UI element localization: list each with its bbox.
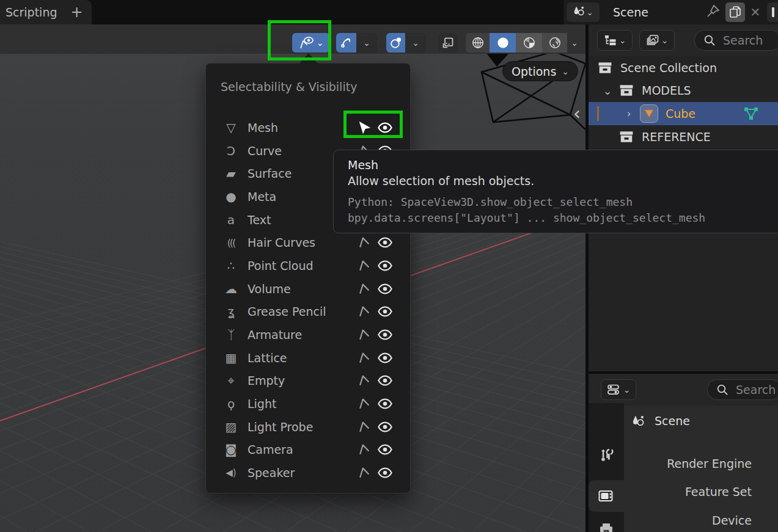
horizontal-panel-divider[interactable] — [589, 371, 778, 374]
outliner-row-models[interactable]: ⌄MODELS — [589, 79, 778, 103]
point-cloud-icon: ∴ — [222, 258, 240, 273]
menu-item-label: Grease Pencil — [248, 305, 356, 318]
collection-icon — [618, 84, 634, 97]
selectability-visibility-dropdown[interactable]: ⌄ — [292, 33, 330, 53]
grease-pencil-selectable-toggle[interactable] — [356, 305, 372, 318]
outliner-row-cube[interactable]: ›Cube — [589, 102, 778, 125]
menu-item-hair-curves[interactable]: (((Hair Curves — [206, 231, 410, 254]
menu-item-camera[interactable]: ◙Camera — [206, 439, 410, 462]
menu-item-grease-pencil[interactable]: ʓGrease Pencil — [206, 301, 410, 324]
speaker-icon: ◀) — [222, 467, 240, 478]
outliner-row-reference[interactable]: REFERENCE — [589, 125, 778, 148]
light-probe-visibility-toggle[interactable] — [377, 420, 393, 434]
properties-search-input[interactable]: Search — [707, 379, 778, 400]
menu-item-label: Speaker — [248, 466, 356, 479]
point-cloud-selectable-toggle[interactable] — [356, 259, 372, 272]
menu-item-empty[interactable]: ⌖Empty — [206, 370, 410, 393]
camera-selectable-toggle[interactable] — [356, 443, 372, 456]
tab-tool[interactable] — [589, 442, 624, 468]
light-visibility-toggle[interactable] — [377, 397, 393, 410]
menu-item-volume[interactable]: ☁Volume — [206, 277, 410, 301]
properties-editor-type-dropdown[interactable]: ⌄ — [601, 379, 636, 400]
tooltip-title: Mesh — [348, 158, 778, 173]
add-workspace-button[interactable]: + — [71, 5, 83, 20]
options-dropdown[interactable]: Options ⌄ — [502, 61, 578, 81]
menu-item-label: Light — [248, 397, 356, 410]
snap-toggle-button[interactable] — [336, 33, 356, 53]
light-icon: ϙ — [222, 396, 240, 411]
vertical-panel-divider[interactable] — [585, 24, 589, 532]
printer-icon — [598, 522, 614, 532]
proportional-edit-icon — [390, 37, 402, 49]
mesh-selectable-toggle[interactable] — [356, 121, 372, 134]
menu-item-mesh[interactable]: ▽Mesh — [206, 116, 410, 139]
speaker-visibility-toggle[interactable] — [377, 466, 393, 479]
lattice-selectable-toggle[interactable] — [356, 351, 372, 365]
show-gizmo-button[interactable] — [438, 33, 458, 53]
volume-visibility-toggle[interactable] — [377, 282, 393, 296]
material-preview-icon — [523, 36, 536, 49]
menu-item-armature[interactable]: ᛉArmature — [206, 323, 410, 346]
point-cloud-visibility-toggle[interactable] — [377, 259, 393, 272]
menu-item-speaker[interactable]: ◀)Speaker — [206, 461, 410, 484]
speaker-selectable-toggle[interactable] — [356, 466, 372, 479]
tab-render[interactable] — [589, 483, 624, 509]
sidebar-collapse-arrow[interactable]: ‹ — [573, 103, 581, 124]
shading-solid-button[interactable] — [490, 33, 516, 53]
outliner-row-scene-collection[interactable]: Scene Collection — [589, 56, 778, 79]
shading-options-dropdown[interactable]: ⌄ — [567, 33, 582, 53]
empty-selectable-toggle[interactable] — [356, 374, 372, 387]
light-probe-selectable-toggle[interactable] — [356, 420, 372, 434]
properties-tab-rail — [589, 403, 624, 532]
breadcrumb-label: Scene — [655, 414, 690, 428]
tab-output[interactable] — [589, 516, 624, 532]
hair-curves-visibility-toggle[interactable] — [377, 236, 393, 249]
snap-icon — [340, 37, 353, 49]
mesh-object-icon — [640, 104, 658, 123]
proportional-edit-button[interactable] — [386, 33, 405, 53]
render-engine-label: Render Engine — [667, 457, 752, 470]
chevron-down-icon: ⌄ — [562, 67, 569, 76]
lattice-icon: ▦ — [222, 351, 240, 365]
menu-item-light-probe[interactable]: ▨Light Probe — [206, 415, 410, 439]
new-scene-button[interactable] — [725, 2, 745, 22]
proportional-edit-dropdown[interactable]: ⌄ — [405, 33, 426, 53]
menu-item-point-cloud[interactable]: ∴Point Cloud — [206, 254, 410, 277]
camera-icon: ◙ — [222, 442, 240, 457]
collapse-chevron-icon[interactable]: ⌄ — [601, 84, 614, 97]
meta-icon: ● — [222, 189, 240, 204]
hair-curves-selectable-toggle[interactable] — [356, 236, 372, 249]
shading-rendered-button[interactable] — [542, 33, 567, 53]
menu-item-light[interactable]: ϙLight — [206, 392, 410, 415]
pin-scene-icon[interactable] — [706, 4, 721, 21]
lattice-visibility-toggle[interactable] — [377, 351, 393, 365]
volume-selectable-toggle[interactable] — [356, 282, 372, 296]
render-camera-icon — [598, 488, 615, 504]
expand-chevron-icon[interactable]: › — [623, 107, 635, 120]
scene-browse-button[interactable]: ⌄ — [567, 2, 600, 22]
collection-icon — [597, 61, 613, 75]
view-layer-control-partial[interactable] — [767, 2, 778, 22]
mesh-visibility-toggle[interactable] — [377, 121, 393, 134]
selectability-visibility-menu: Selectability & Visibility ▽MeshƆCurve▰S… — [205, 63, 411, 494]
shading-material-button[interactable] — [516, 33, 542, 53]
camera-visibility-toggle[interactable] — [377, 443, 393, 456]
menu-item-lattice[interactable]: ▦Lattice — [206, 346, 410, 370]
scene-name[interactable]: Scene — [613, 5, 648, 19]
grease-pencil-visibility-toggle[interactable] — [377, 305, 393, 318]
light-selectable-toggle[interactable] — [356, 397, 372, 410]
armature-visibility-toggle[interactable] — [377, 328, 393, 341]
empty-visibility-toggle[interactable] — [377, 374, 393, 387]
properties-breadcrumb[interactable]: Scene — [631, 414, 690, 428]
outliner-filter-dropdown[interactable]: ⌄ — [639, 30, 675, 51]
armature-selectable-toggle[interactable] — [356, 328, 372, 341]
outliner-search-input[interactable]: Search — [694, 30, 778, 51]
scene-icon — [631, 415, 645, 427]
outliner-display-mode-dropdown[interactable]: ⌄ — [597, 30, 633, 51]
tab-scripting[interactable]: Scripting — [0, 5, 57, 19]
unlink-scene-button[interactable]: ✕ — [746, 5, 765, 20]
shading-wireframe-button[interactable] — [466, 33, 490, 53]
snap-options-dropdown[interactable]: ⌄ — [356, 33, 377, 53]
chevron-down-icon: ⌄ — [571, 38, 578, 47]
gizmo-icon — [442, 37, 454, 49]
